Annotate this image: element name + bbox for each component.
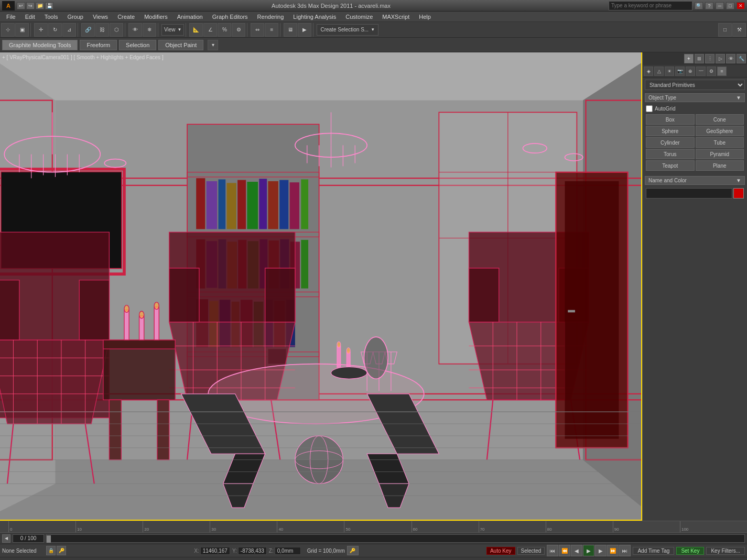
prev-frame-btn[interactable]: ◀: [571, 545, 582, 556]
menu-graph-editors[interactable]: Graph Editors: [208, 13, 252, 21]
save-btn[interactable]: 💾: [45, 2, 53, 9]
lock-icon[interactable]: 🔒: [46, 546, 56, 555]
tab-utilities[interactable]: 🔧: [737, 54, 746, 63]
key-filters-btn[interactable]: Key Filters...: [706, 547, 745, 555]
object-type-header[interactable]: Object Type ▼: [645, 93, 745, 102]
btn-sphere[interactable]: Sphere: [646, 126, 695, 136]
menu-file[interactable]: File: [2, 13, 20, 21]
tab-display[interactable]: 👁: [726, 54, 735, 63]
btn-plane[interactable]: Plane: [696, 160, 744, 171]
autogrid-checkbox[interactable]: [646, 105, 653, 112]
play-btn[interactable]: ▶: [583, 545, 594, 556]
rotate-btn[interactable]: ↻: [48, 23, 62, 37]
move-btn[interactable]: ✛: [34, 23, 48, 37]
tab-object-paint[interactable]: Object Paint: [158, 40, 203, 50]
prev-key-btn[interactable]: ⏪: [559, 545, 570, 556]
menu-animation[interactable]: Animation: [173, 13, 207, 21]
search-input[interactable]: [609, 1, 692, 10]
menu-modifiers[interactable]: Modifiers: [140, 13, 172, 21]
menu-rendering[interactable]: Rendering: [253, 13, 288, 21]
align-btn[interactable]: ≡: [265, 23, 278, 37]
render-setup-btn[interactable]: 🖥: [284, 23, 297, 37]
view-dropdown-arrow[interactable]: ▼: [178, 27, 182, 32]
btn-teapot[interactable]: Teapot: [646, 160, 695, 171]
autokey-btn[interactable]: Auto Key: [486, 547, 515, 555]
btn-cone[interactable]: Cone: [696, 114, 744, 125]
key-icon[interactable]: 🔑: [347, 546, 359, 555]
btn-cylinder[interactable]: Cylinder: [646, 137, 695, 148]
helpers-icon[interactable]: ⊕: [686, 67, 695, 76]
menu-lighting-analysis[interactable]: Lighting Analysis: [289, 13, 340, 21]
svg-marker-75: [0, 280, 19, 340]
lock2-icon[interactable]: 🔑: [57, 546, 66, 555]
lights-icon[interactable]: ☀: [665, 67, 674, 76]
btn-geosphere[interactable]: GeoSphere: [696, 126, 744, 136]
primitives-dropdown[interactable]: Standard Primitives: [645, 80, 745, 90]
maximize-btn[interactable]: □: [726, 2, 734, 9]
create-selection-arrow[interactable]: ▼: [371, 27, 375, 32]
menu-help[interactable]: Help: [415, 13, 435, 21]
btn-pyramid[interactable]: Pyramid: [696, 149, 744, 159]
timeline-track[interactable]: [46, 534, 745, 543]
bind-btn[interactable]: ⬡: [110, 23, 123, 37]
btn-tube[interactable]: Tube: [696, 137, 744, 148]
btn-torus[interactable]: Torus: [646, 149, 695, 159]
tab-graphite[interactable]: Graphite Modeling Tools: [2, 40, 78, 50]
next-frame-btn[interactable]: ▶: [595, 545, 607, 556]
tools2-btn[interactable]: ⚒: [732, 23, 746, 37]
link-btn[interactable]: 🔗: [81, 23, 95, 37]
snap-btn[interactable]: 📐: [189, 23, 203, 37]
menu-customize[interactable]: Customize: [341, 13, 377, 21]
close-btn[interactable]: ✕: [737, 2, 745, 9]
menu-create[interactable]: Create: [113, 13, 139, 21]
select-region-btn[interactable]: ▣: [15, 23, 29, 37]
prev-frame-arrow[interactable]: ◀: [2, 534, 10, 543]
tab-freeform[interactable]: Freeform: [80, 40, 117, 50]
menu-tools[interactable]: Tools: [40, 13, 62, 21]
tab-motion[interactable]: ▷: [716, 54, 725, 63]
tab-create[interactable]: ✦: [684, 54, 694, 63]
timeline-slider[interactable]: [47, 535, 51, 543]
scale-btn[interactable]: ⊿: [62, 23, 76, 37]
hide-btn[interactable]: 👁: [128, 23, 142, 37]
spinner-snap-btn[interactable]: ⚙: [232, 23, 245, 37]
help-btn[interactable]: ?: [705, 2, 713, 9]
undo-btn[interactable]: ↩: [17, 2, 25, 9]
menu-maxscript[interactable]: MAXScript: [378, 13, 414, 21]
geom-icon[interactable]: ◈: [644, 67, 653, 76]
name-color-header[interactable]: Name and Color ▼: [645, 176, 745, 185]
open-btn[interactable]: 📁: [36, 2, 44, 9]
menu-views[interactable]: Views: [89, 13, 112, 21]
tab-selection[interactable]: Selection: [119, 40, 156, 50]
shape-icon[interactable]: △: [654, 67, 664, 76]
menu-edit[interactable]: Edit: [21, 13, 39, 21]
next-key-btn[interactable]: ⏩: [607, 545, 619, 556]
goto-end-btn[interactable]: ⏭: [619, 545, 631, 556]
select-btn[interactable]: ⊹: [1, 23, 15, 37]
menu-group[interactable]: Group: [63, 13, 88, 21]
add-time-tag-btn[interactable]: Add Time Tag: [633, 547, 674, 555]
cameras-icon[interactable]: 📷: [675, 67, 685, 76]
btn-box[interactable]: Box: [646, 114, 695, 125]
panels-icon[interactable]: ≡: [717, 67, 727, 76]
render-btn[interactable]: ▶: [298, 23, 311, 37]
goto-start-btn[interactable]: ⏮: [547, 545, 558, 556]
unlink-btn[interactable]: ⛓: [95, 23, 109, 37]
spacewarps-icon[interactable]: 〰: [696, 67, 706, 76]
redo-btn[interactable]: ↪: [26, 2, 35, 9]
color-swatch[interactable]: [733, 188, 744, 199]
minimize-btn[interactable]: ─: [716, 2, 724, 9]
tab-modify[interactable]: ⊞: [695, 54, 704, 63]
set-key-btn[interactable]: Set Key: [676, 547, 704, 555]
viewport[interactable]: + [ VRayPhysicalCamera001 ] [ Smooth + H…: [0, 52, 642, 521]
angle-snap-btn[interactable]: ∠: [203, 23, 217, 37]
named-sets-btn[interactable]: □: [718, 23, 732, 37]
mirror-btn[interactable]: ⇔: [251, 23, 264, 37]
percent-snap-btn[interactable]: %: [218, 23, 231, 37]
tab-hierarchy[interactable]: ⋮: [705, 54, 714, 63]
object-name-input[interactable]: [646, 188, 732, 199]
ribbon-expand-btn[interactable]: ▾: [208, 40, 218, 50]
systems-icon[interactable]: ⚙: [707, 67, 716, 76]
freeze-btn[interactable]: ❄: [143, 23, 156, 37]
search-btn[interactable]: 🔍: [695, 2, 703, 9]
